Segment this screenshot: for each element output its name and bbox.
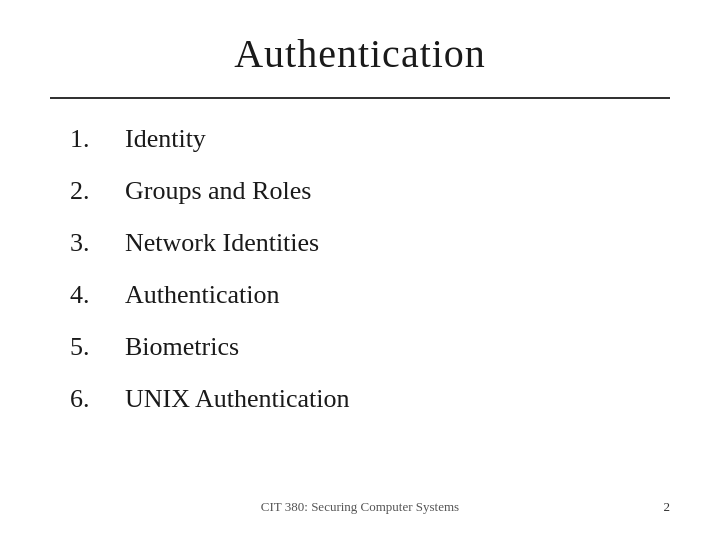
list-text-2: Groups and Roles	[125, 176, 311, 206]
slide-title: Authentication	[50, 30, 670, 77]
title-section: Authentication	[50, 30, 670, 77]
list-number-5: 5.	[70, 332, 125, 362]
slide-footer: CIT 380: Securing Computer Systems 2	[50, 494, 670, 520]
list-text-1: Identity	[125, 124, 206, 154]
slide: Authentication 1. Identity 2. Groups and…	[0, 0, 720, 540]
footer-page: 2	[640, 499, 670, 515]
list-number-2: 2.	[70, 176, 125, 206]
content-list: 1. Identity 2. Groups and Roles 3. Netwo…	[50, 124, 670, 494]
list-number-6: 6.	[70, 384, 125, 414]
list-item: 5. Biometrics	[70, 332, 670, 362]
list-item: 3. Network Identities	[70, 228, 670, 258]
list-item: 1. Identity	[70, 124, 670, 154]
title-divider	[50, 97, 670, 99]
list-text-5: Biometrics	[125, 332, 239, 362]
list-number-1: 1.	[70, 124, 125, 154]
list-item: 4. Authentication	[70, 280, 670, 310]
list-number-4: 4.	[70, 280, 125, 310]
list-item: 2. Groups and Roles	[70, 176, 670, 206]
list-item: 6. UNIX Authentication	[70, 384, 670, 414]
list-text-4: Authentication	[125, 280, 280, 310]
list-text-3: Network Identities	[125, 228, 319, 258]
footer-course: CIT 380: Securing Computer Systems	[80, 499, 640, 515]
list-number-3: 3.	[70, 228, 125, 258]
list-text-6: UNIX Authentication	[125, 384, 350, 414]
